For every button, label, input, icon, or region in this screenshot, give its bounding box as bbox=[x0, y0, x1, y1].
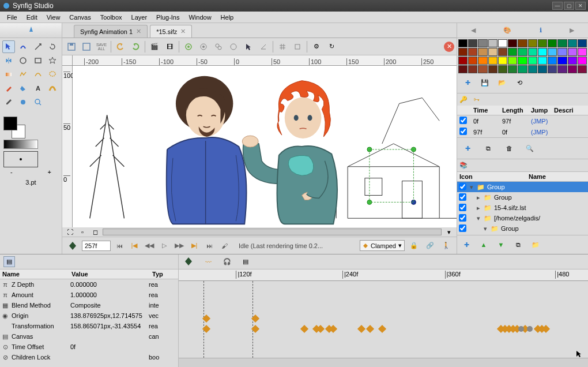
palette-color[interactable] bbox=[568, 65, 577, 73]
kf-props-icon[interactable]: 🔍 bbox=[523, 141, 537, 155]
tool-text[interactable]: A bbox=[32, 82, 44, 95]
palette-color[interactable] bbox=[568, 39, 577, 47]
preview-icon[interactable]: 🎞 bbox=[163, 40, 176, 54]
layer-row[interactable]: ▾📁[/home/zelgadis/ bbox=[457, 213, 588, 223]
keyframe-lock-icon[interactable]: 🔒 bbox=[407, 239, 421, 253]
layer-expand-icon[interactable]: ▾ bbox=[468, 184, 476, 191]
palette-color[interactable] bbox=[508, 39, 517, 47]
menu-toolbox[interactable]: Toolbox bbox=[96, 13, 127, 22]
interpolation-select[interactable]: Clamped ▾ bbox=[360, 240, 405, 251]
snap-icon[interactable] bbox=[291, 40, 304, 54]
palette-color[interactable] bbox=[578, 65, 587, 73]
keyframe-check[interactable] bbox=[459, 117, 467, 124]
param-row[interactable]: Transformation158.865071px,-31.43554rea bbox=[0, 321, 178, 331]
prev-frame-icon[interactable]: ◀◀ bbox=[143, 239, 156, 252]
layer-dup-icon[interactable]: ⧉ bbox=[511, 238, 525, 252]
layer-expand-icon[interactable]: ▸ bbox=[474, 204, 483, 212]
palette-color[interactable] bbox=[528, 48, 537, 56]
nav-prev-icon[interactable]: ◀ bbox=[471, 27, 476, 34]
param-value[interactable]: 1.000000 bbox=[68, 291, 149, 298]
palette-color[interactable] bbox=[508, 48, 517, 56]
palette-color[interactable] bbox=[508, 57, 517, 65]
nav-info-icon[interactable]: ℹ bbox=[540, 27, 542, 34]
palette-color[interactable] bbox=[458, 48, 468, 56]
mode1-icon[interactable] bbox=[197, 40, 210, 54]
layer-visible-check[interactable] bbox=[459, 193, 466, 201]
palette-color[interactable] bbox=[578, 48, 587, 56]
param-row[interactable]: ▦Blend MethodCompositeinte bbox=[0, 300, 178, 310]
zoom-mode-icon[interactable]: ◻ bbox=[90, 227, 100, 237]
tool-fill[interactable] bbox=[17, 82, 29, 95]
gradient-swatch[interactable] bbox=[3, 140, 38, 149]
layer-expand-icon[interactable]: ▸ bbox=[474, 194, 483, 201]
keyframe-row[interactable]: 0f97f(JMP) bbox=[457, 115, 588, 126]
palette-color[interactable] bbox=[458, 57, 468, 65]
palette-color[interactable] bbox=[538, 39, 547, 47]
refresh-icon[interactable]: ↻ bbox=[325, 40, 338, 54]
menu-canvas[interactable]: Canvas bbox=[65, 13, 95, 22]
last-frame-icon[interactable]: ⏭ bbox=[203, 239, 216, 252]
palette-color[interactable] bbox=[458, 39, 468, 47]
tool-rectangle[interactable] bbox=[32, 54, 44, 67]
layer-expand-icon[interactable]: ▾ bbox=[474, 215, 483, 222]
close-canvas-icon[interactable]: ✕ bbox=[444, 42, 454, 52]
tool-draw[interactable] bbox=[2, 82, 15, 95]
grid-icon[interactable] bbox=[276, 40, 289, 54]
palette-default-icon[interactable]: ⟲ bbox=[512, 76, 526, 89]
palette-color[interactable] bbox=[478, 39, 487, 47]
layer-add-icon[interactable]: ✚ bbox=[459, 238, 473, 252]
palette-color[interactable] bbox=[538, 57, 547, 65]
palette-color[interactable] bbox=[528, 39, 537, 47]
zoom-out-icon[interactable]: ▾ bbox=[444, 227, 454, 237]
color-swatch[interactable] bbox=[3, 117, 32, 137]
palette-color[interactable] bbox=[528, 57, 537, 65]
param-row[interactable]: πZ Depth0.000000rea bbox=[0, 279, 178, 290]
tool-mirror[interactable] bbox=[2, 54, 15, 67]
canvas[interactable] bbox=[73, 66, 457, 227]
palette-color[interactable] bbox=[538, 48, 547, 56]
tool-polyline[interactable] bbox=[17, 68, 29, 81]
layer-visible-check[interactable] bbox=[459, 183, 466, 190]
keyframe-row[interactable]: 97f0f(JMP) bbox=[457, 126, 588, 137]
render-icon[interactable]: 🎬 bbox=[148, 40, 161, 54]
param-value[interactable]: Composite bbox=[68, 302, 149, 309]
palette-color[interactable] bbox=[568, 48, 577, 56]
brush-smaller[interactable]: - bbox=[10, 168, 13, 175]
palette-color[interactable] bbox=[478, 57, 487, 65]
param-value[interactable]: 0f bbox=[68, 343, 149, 350]
menu-help[interactable]: Help bbox=[216, 13, 239, 22]
palette-color[interactable] bbox=[498, 48, 507, 56]
palette-color[interactable] bbox=[508, 65, 517, 73]
kf-del-icon[interactable]: 🗑 bbox=[502, 141, 516, 155]
tool-zoom[interactable] bbox=[32, 96, 44, 108]
params-tab-icon[interactable]: ▤ bbox=[3, 256, 15, 267]
mode3-icon[interactable] bbox=[227, 40, 240, 54]
tool-circle[interactable] bbox=[17, 54, 29, 67]
palette-open-icon[interactable]: 📂 bbox=[495, 76, 509, 89]
layer-row[interactable]: ▸📁15-4.sifz.lst bbox=[457, 203, 588, 213]
frame-input[interactable] bbox=[82, 241, 111, 251]
next-frame-icon[interactable]: ▶▶ bbox=[173, 239, 186, 252]
first-frame-icon[interactable]: ⏮ bbox=[113, 239, 126, 252]
palette-color[interactable] bbox=[488, 65, 497, 73]
menu-file[interactable]: File bbox=[2, 13, 22, 22]
tool-rotate[interactable] bbox=[46, 40, 59, 53]
menu-plug-ins[interactable]: Plug-Ins bbox=[152, 13, 184, 22]
param-row[interactable]: ▤Canvascan bbox=[0, 331, 178, 342]
undo-icon[interactable] bbox=[114, 40, 127, 54]
palette-color[interactable] bbox=[478, 65, 487, 73]
param-row[interactable]: ⊘Children Lockboo bbox=[0, 352, 178, 362]
palette-color[interactable] bbox=[518, 48, 527, 56]
tool-star[interactable] bbox=[46, 54, 59, 67]
palette-color[interactable] bbox=[478, 48, 487, 56]
palette-color[interactable] bbox=[548, 39, 557, 47]
close-button[interactable]: ✕ bbox=[575, 2, 586, 10]
palette-color[interactable] bbox=[528, 65, 537, 73]
palette-color[interactable] bbox=[498, 39, 507, 47]
param-row[interactable]: ◉Origin138.876925px,12.714575vec bbox=[0, 310, 178, 321]
redo-icon[interactable] bbox=[129, 40, 142, 54]
tl-tab-sound-icon[interactable]: 🎧 bbox=[223, 258, 231, 265]
kf-dup-icon[interactable]: ⧉ bbox=[481, 141, 495, 155]
palette-color[interactable] bbox=[557, 39, 567, 47]
anim-person-icon[interactable]: 🚶 bbox=[439, 239, 453, 253]
